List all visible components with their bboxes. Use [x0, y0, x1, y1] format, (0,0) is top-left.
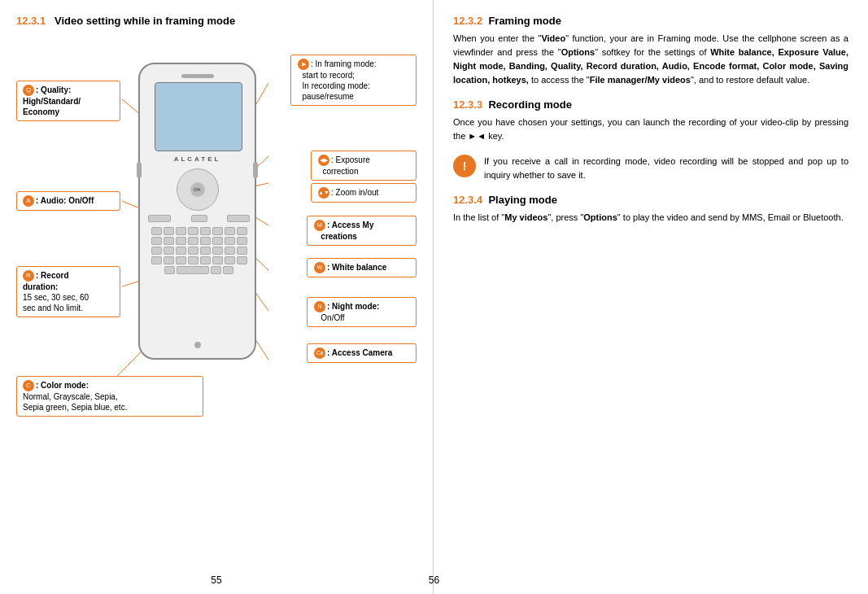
key — [164, 256, 174, 264]
key — [188, 237, 198, 245]
key — [164, 247, 174, 255]
key — [151, 247, 162, 255]
key — [225, 247, 235, 255]
section-12-3-2-body: When you enter the "Video" function, you… — [453, 32, 848, 87]
key — [237, 237, 247, 245]
key — [237, 247, 247, 255]
key — [164, 266, 175, 274]
white-balance-icon: W — [314, 262, 325, 273]
label-zoom: ▲▼: Zoom in/out — [311, 183, 417, 203]
left-page-number: 55 — [211, 574, 221, 586]
record-icon: R — [23, 270, 34, 282]
quality-icon: Q — [23, 85, 34, 96]
label-night-mode: N: Night mode: On/Off — [307, 297, 417, 327]
color-icon: C — [23, 380, 34, 391]
zoom-icon: ▲▼ — [318, 187, 329, 199]
left-section-title: 12.3.1 Video setting while in framing mo… — [16, 15, 417, 27]
note-icon: ! — [453, 155, 476, 177]
right-page-number: 56 — [429, 574, 439, 586]
key — [200, 237, 211, 245]
phone-dpad: OK — [177, 168, 219, 211]
content-area: ALCATEL OK — [16, 38, 417, 510]
framing-icon: ▶ — [298, 59, 309, 70]
label-quality: Q: Quality:High/Standard/Economy — [16, 81, 120, 121]
section-12-3-2-title: 12.3.2 Framing mode — [453, 15, 848, 27]
label-access-creations: M: Access My creations — [307, 216, 417, 246]
softkey-left — [148, 215, 171, 222]
key — [151, 256, 162, 264]
key — [151, 227, 162, 235]
key — [188, 247, 198, 255]
night-icon: N — [314, 301, 325, 312]
audio-icon: A — [23, 195, 34, 207]
section-12-3-2-num: 12.3.2 — [453, 15, 482, 27]
section-num: 12.3.1 — [16, 15, 46, 27]
key — [225, 227, 235, 235]
phone-speaker — [181, 74, 214, 78]
softkey-right — [227, 215, 250, 222]
section-12-3-2-label: Framing mode — [488, 15, 561, 27]
phone-screen — [155, 82, 242, 151]
section-12-3-4-body: In the list of "My videos", press "Optio… — [453, 211, 848, 225]
key — [212, 237, 223, 245]
note-text: If you receive a call in recording mode,… — [484, 155, 848, 182]
softkey-mid — [191, 215, 207, 222]
key — [211, 266, 221, 274]
note-box: ! If you receive a call in recording mod… — [453, 155, 848, 182]
key — [212, 256, 223, 264]
dpad-center: OK — [190, 182, 205, 197]
key — [200, 256, 211, 264]
key — [200, 247, 211, 255]
page-spread: 12.3.1 Video setting while in framing mo… — [0, 0, 868, 594]
key — [188, 256, 198, 264]
label-color-mode: C: Color mode:Normal, Grayscale, Sepia,S… — [16, 376, 203, 417]
key — [212, 227, 223, 235]
softkey-row — [148, 215, 250, 222]
key — [212, 247, 223, 255]
key — [151, 237, 162, 245]
key — [223, 266, 233, 274]
phone-side-btn-left — [137, 162, 142, 178]
section-12-3-4-label: Playing mode — [488, 194, 557, 206]
label-exposure: ◀▶: Exposure correction — [311, 151, 417, 181]
section-12-3-3-num: 12.3.3 — [453, 98, 482, 111]
label-access-camera: Ca: Access Camera — [307, 343, 417, 363]
section-title-text: Video setting while in framing mode — [55, 15, 235, 27]
space-key — [177, 266, 209, 274]
exposure-icon: ◀▶ — [318, 155, 329, 166]
label-record: R: Recordduration:15 sec, 30 sec, 60sec … — [16, 266, 120, 317]
section-12-3-4-title: 12.3.4 Playing mode — [453, 194, 848, 206]
key — [237, 227, 247, 235]
key — [225, 237, 235, 245]
key — [164, 227, 174, 235]
key — [164, 237, 174, 245]
section-12-3-3-body: Once you have chosen your settings, you … — [453, 116, 848, 143]
key — [176, 256, 186, 264]
key — [188, 227, 198, 235]
label-audio: A: Audio: On/Off — [16, 191, 120, 211]
label-framing-mode: ▶: In framing mode: start to record; In … — [290, 55, 417, 106]
creations-icon: M — [314, 220, 325, 231]
left-page: 12.3.1 Video setting while in framing mo… — [0, 0, 434, 594]
section-12-3-4-num: 12.3.4 — [453, 194, 482, 206]
section-12-3-3-title: 12.3.3 Recording mode — [453, 98, 848, 111]
phone-side-btn-right — [253, 162, 258, 178]
right-page: 12.3.2 Framing mode When you enter the "… — [434, 0, 868, 594]
key — [225, 256, 235, 264]
phone-brand: ALCATEL — [140, 155, 255, 163]
phone-nav-dot — [194, 342, 201, 348]
key — [200, 227, 211, 235]
camera-icon: Ca — [314, 347, 325, 359]
key — [176, 247, 186, 255]
key — [176, 227, 186, 235]
label-white-balance: W: White balance — [307, 258, 417, 277]
keypad — [146, 227, 251, 276]
key — [176, 237, 186, 245]
key — [237, 256, 247, 264]
section-12-3-3-label: Recording mode — [488, 98, 572, 111]
